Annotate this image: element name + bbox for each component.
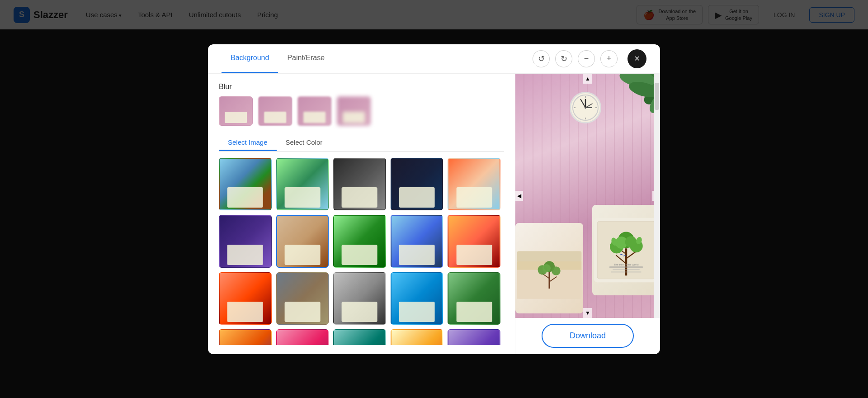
bg-image-3[interactable]	[333, 158, 386, 211]
bg-image-4[interactable]	[391, 158, 443, 211]
image-grid-container[interactable]	[219, 158, 504, 345]
blur-light[interactable]	[258, 96, 292, 126]
zoom-in-button[interactable]: +	[600, 50, 618, 67]
bg-image-19[interactable]	[391, 329, 443, 345]
bg-image-17[interactable]	[276, 329, 329, 345]
undo-button[interactable]: ↺	[533, 50, 550, 67]
blur-label: Blur	[219, 83, 504, 91]
bg-image-8[interactable]	[333, 215, 386, 268]
blur-medium[interactable]	[297, 96, 331, 126]
zoom-out-button[interactable]: −	[578, 50, 595, 67]
svg-point-5	[573, 95, 598, 120]
blur-none[interactable]	[219, 96, 253, 126]
wall-clock	[570, 92, 601, 123]
bg-image-16[interactable]	[219, 329, 272, 345]
preview-scrollbar[interactable]	[654, 74, 660, 318]
bg-image-2[interactable]	[276, 158, 329, 211]
svg-point-34	[625, 236, 637, 248]
product-pillow: The tree of the world	[592, 205, 660, 295]
right-panel: The tree of the world ◀ ▶ ▲ ▼	[515, 74, 660, 354]
bg-image-15[interactable]	[448, 272, 500, 325]
preview-container: The tree of the world ◀ ▶ ▲ ▼	[515, 74, 660, 318]
bg-image-10[interactable]	[448, 215, 500, 268]
preview-scrollbar-thumb	[655, 83, 659, 110]
bg-image-18[interactable]	[333, 329, 386, 345]
modal-header: Background Paint/Erase ↺ ↻ − + ×	[208, 44, 660, 74]
svg-point-6	[585, 107, 586, 109]
blur-heavy[interactable]	[337, 96, 371, 126]
modal-body: Blur	[208, 74, 660, 354]
tab-paint-erase[interactable]: Paint/Erase	[278, 44, 334, 74]
preview-scroll-left[interactable]: ◀	[515, 191, 523, 201]
product-blanket	[515, 223, 583, 313]
sub-tab-select-color[interactable]: Select Color	[277, 135, 332, 151]
preview-products: The tree of the world	[515, 164, 660, 318]
bg-image-1[interactable]	[219, 158, 272, 211]
redo-button[interactable]: ↻	[555, 50, 572, 67]
modal-controls: ↺ ↻ − + ×	[533, 49, 646, 68]
svg-text:The tree of the world: The tree of the world	[613, 263, 638, 265]
blur-row	[219, 96, 504, 126]
download-area: Download	[515, 318, 660, 354]
sub-tabs: Select Image Select Color	[219, 135, 504, 152]
bg-image-12[interactable]	[276, 272, 329, 325]
bg-image-6[interactable]	[219, 215, 272, 268]
bg-image-11[interactable]	[219, 272, 272, 325]
close-button[interactable]: ×	[627, 49, 646, 68]
svg-rect-14	[517, 251, 582, 261]
bg-image-20[interactable]	[448, 329, 500, 345]
svg-rect-37	[609, 266, 643, 268]
sub-tab-select-image[interactable]: Select Image	[219, 135, 277, 151]
bg-image-9[interactable]	[391, 215, 443, 268]
bg-image-5[interactable]	[448, 158, 500, 211]
svg-rect-38	[613, 269, 640, 270]
modal: Background Paint/Erase ↺ ↻ − + × Blur	[208, 44, 660, 354]
preview-scroll-top[interactable]: ▲	[583, 74, 592, 84]
bg-image-14[interactable]	[391, 272, 443, 325]
download-button[interactable]: Download	[542, 324, 634, 348]
svg-rect-39	[611, 271, 642, 272]
preview-scroll-bottom[interactable]: ▼	[583, 308, 592, 318]
modal-overlay: Background Paint/Erase ↺ ↻ − + × Blur	[0, 0, 868, 398]
left-panel: Blur	[208, 74, 515, 354]
bg-image-7[interactable]	[276, 215, 329, 268]
image-grid	[219, 158, 504, 345]
svg-point-22	[552, 266, 561, 275]
bg-image-13[interactable]	[333, 272, 386, 325]
svg-point-23	[542, 264, 551, 272]
tab-background[interactable]: Background	[222, 44, 278, 74]
